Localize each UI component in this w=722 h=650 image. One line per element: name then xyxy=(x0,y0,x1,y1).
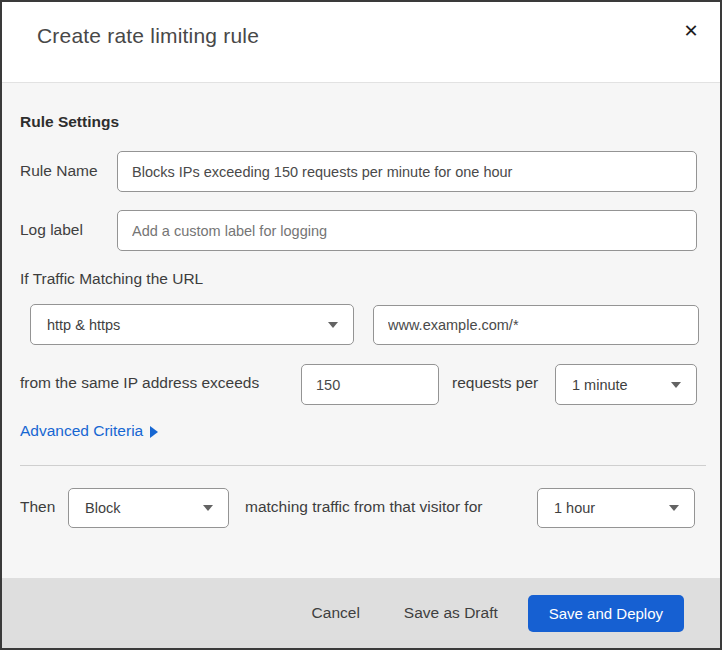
chevron-down-icon xyxy=(669,505,679,511)
log-label-input[interactable] xyxy=(117,210,697,251)
advanced-criteria-link[interactable]: Advanced Criteria xyxy=(20,422,158,440)
chevron-down-icon xyxy=(671,382,681,388)
rule-settings-heading: Rule Settings xyxy=(20,113,119,131)
url-pattern-input[interactable] xyxy=(373,305,699,345)
period-dropdown-value: 1 minute xyxy=(572,377,628,393)
modal-header: Create rate limiting rule ✕ xyxy=(2,2,720,82)
request-count-input[interactable] xyxy=(301,364,439,405)
modal-title: Create rate limiting rule xyxy=(37,24,259,48)
requests-per-text: requests per xyxy=(452,374,538,392)
traffic-match-heading: If Traffic Matching the URL xyxy=(20,270,203,288)
section-divider xyxy=(20,465,706,466)
close-icon[interactable]: ✕ xyxy=(678,18,704,44)
create-rate-limiting-rule-modal: Create rate limiting rule ✕ Rule Setting… xyxy=(0,0,722,650)
period-dropdown[interactable]: 1 minute xyxy=(555,364,697,405)
arrow-right-icon xyxy=(150,426,158,438)
save-and-deploy-button[interactable]: Save and Deploy xyxy=(528,595,684,632)
scheme-dropdown[interactable]: http & https xyxy=(30,304,354,345)
save-as-draft-button[interactable]: Save as Draft xyxy=(404,604,498,622)
action-middle-text: matching traffic from that visitor for xyxy=(245,498,482,516)
chevron-down-icon xyxy=(203,505,213,511)
duration-dropdown[interactable]: 1 hour xyxy=(537,488,695,528)
rule-name-label: Rule Name xyxy=(20,162,98,180)
scheme-dropdown-value: http & https xyxy=(47,317,120,333)
rule-name-input[interactable] xyxy=(117,151,697,192)
advanced-criteria-label: Advanced Criteria xyxy=(20,422,143,440)
action-dropdown[interactable]: Block xyxy=(68,488,229,528)
modal-footer: Cancel Save as Draft Save and Deploy xyxy=(2,578,720,648)
cancel-button[interactable]: Cancel xyxy=(312,604,360,622)
chevron-down-icon xyxy=(328,322,338,328)
duration-dropdown-value: 1 hour xyxy=(554,500,595,516)
threshold-prefix-text: from the same IP address exceeds xyxy=(20,374,259,392)
log-label-label: Log label xyxy=(20,221,83,239)
then-label: Then xyxy=(20,498,55,516)
action-dropdown-value: Block xyxy=(85,500,120,516)
